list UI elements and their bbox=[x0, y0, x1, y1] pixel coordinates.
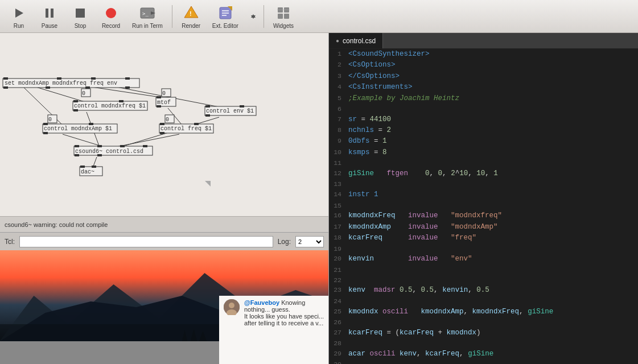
code-line: 3</CsOptions> bbox=[329, 71, 638, 82]
toolbar-separator-2 bbox=[264, 5, 264, 28]
code-line: 13 bbox=[329, 179, 638, 189]
post-username[interactable]: @Fauveboy bbox=[244, 299, 279, 306]
code-line: 2<CsOptions> bbox=[329, 60, 638, 71]
svg-line-21 bbox=[34, 86, 87, 102]
line-number: 25 bbox=[329, 307, 346, 317]
code-line: 6 bbox=[329, 104, 638, 114]
code-line: 17kmodndxAmp invalue "modndxAmp" bbox=[329, 222, 638, 233]
main-area: 0 0 0 0 set modndxAm bbox=[0, 33, 638, 364]
stop-icon bbox=[71, 4, 89, 22]
line-content: kenv madsr 0.5, 0.5, kenvin, 0.5 bbox=[346, 285, 638, 296]
line-content: kmodndxAmp invalue "modndxAmp" bbox=[346, 222, 638, 233]
code-line: 19 bbox=[329, 244, 638, 254]
pause-button[interactable]: Pause bbox=[35, 2, 64, 31]
line-content: instr 1 bbox=[346, 189, 638, 200]
code-line: 4<CsInstruments> bbox=[329, 82, 638, 93]
svg-rect-17 bbox=[284, 7, 289, 13]
svg-text:control freq $1: control freq $1 bbox=[160, 126, 212, 132]
svg-rect-43 bbox=[125, 77, 130, 80]
svg-rect-82 bbox=[80, 166, 85, 168]
widgets-icon bbox=[274, 4, 293, 22]
svg-rect-70 bbox=[194, 123, 199, 125]
run-in-term-label: Run in Term bbox=[132, 23, 163, 29]
svg-text:0: 0 bbox=[162, 90, 166, 97]
stop-button[interactable]: Stop bbox=[66, 2, 94, 31]
ext-editor-button[interactable]: Ext. Editor bbox=[208, 2, 243, 31]
code-line: 18kcarFreq invalue "freq" bbox=[329, 233, 638, 243]
post-text-2: It looks like you have speci... bbox=[244, 313, 324, 320]
render-button[interactable]: ! Render bbox=[177, 2, 205, 31]
line-number: 2 bbox=[329, 60, 346, 71]
line-content: kenvin invalue "env" bbox=[346, 254, 638, 264]
svg-rect-64 bbox=[43, 123, 48, 125]
line-number: 30 bbox=[329, 359, 346, 364]
code-line: 11 bbox=[329, 158, 638, 168]
line-content: <CsOptions> bbox=[346, 60, 638, 71]
widgets-button[interactable]: Widgets bbox=[269, 2, 298, 31]
line-content bbox=[346, 201, 638, 211]
code-line: 30 bbox=[329, 359, 638, 364]
code-line: 24 bbox=[329, 296, 638, 307]
line-content bbox=[346, 179, 638, 189]
ext-editor-label: Ext. Editor bbox=[212, 23, 238, 29]
log-select[interactable]: 2 1 3 bbox=[295, 236, 324, 247]
line-content: 0dbfs = 1 bbox=[346, 136, 638, 147]
svg-rect-83 bbox=[92, 166, 96, 168]
code-line: 90dbfs = 1 bbox=[329, 136, 638, 147]
line-number: 28 bbox=[329, 338, 346, 349]
line-content: ksmps = 8 bbox=[346, 147, 638, 158]
tab-icon: ● bbox=[336, 38, 339, 44]
svg-rect-61 bbox=[205, 114, 210, 117]
avatar bbox=[224, 299, 240, 315]
code-line: 14instr 1 bbox=[329, 189, 638, 200]
tab-control-csd[interactable]: ● control.csd bbox=[329, 33, 383, 48]
status-warning: csound6~ warning: could not compile bbox=[5, 221, 108, 228]
svg-rect-66 bbox=[43, 132, 48, 134]
line-number: 18 bbox=[329, 233, 346, 243]
line-number: 29 bbox=[329, 349, 346, 359]
ext-editor-icon bbox=[216, 4, 234, 22]
record-button[interactable]: Record bbox=[97, 2, 125, 31]
line-number: 16 bbox=[329, 210, 346, 221]
tcl-bar: Tcl: Log: 2 1 3 bbox=[0, 232, 328, 250]
tcl-label: Tcl: bbox=[5, 238, 15, 246]
svg-point-4 bbox=[106, 8, 116, 18]
code-line: 12giSine ftgen 0, 0, 2^10, 10, 1 bbox=[329, 168, 638, 179]
patch-area[interactable]: 0 0 0 0 set modndxAm bbox=[0, 33, 328, 216]
tcl-input[interactable] bbox=[19, 236, 273, 247]
run-in-term-button[interactable]: >_ Run in Term bbox=[127, 2, 167, 31]
code-line: 29acar oscili kenv, kcarFreq, giSine bbox=[329, 349, 638, 359]
left-panel: 0 0 0 0 set modndxAm bbox=[0, 33, 329, 364]
toolbar-separator bbox=[172, 5, 172, 28]
line-number: 14 bbox=[329, 189, 346, 200]
line-number: 9 bbox=[329, 136, 346, 147]
svg-text:csound6~ control.csd: csound6~ control.csd bbox=[75, 148, 143, 155]
widgets-label: Widgets bbox=[273, 23, 294, 29]
svg-rect-76 bbox=[120, 145, 125, 147]
svg-rect-41 bbox=[57, 77, 61, 80]
toolbar-overflow[interactable] bbox=[248, 9, 259, 24]
svg-rect-19 bbox=[284, 14, 289, 19]
line-content: acar oscili kenv, kcarFreq, giSine bbox=[346, 349, 638, 359]
svg-rect-1 bbox=[46, 9, 48, 18]
post-content: @Fauveboy Knowing nothing... guess. It l… bbox=[244, 299, 324, 326]
line-content: kmodndx oscili kmodndxAmp, kmodndxFreq, … bbox=[346, 307, 638, 317]
line-number: 12 bbox=[329, 168, 346, 179]
svg-rect-50 bbox=[157, 96, 161, 98]
code-line: 23kenv madsr 0.5, 0.5, kenvin, 0.5 bbox=[329, 285, 638, 296]
svg-point-94 bbox=[229, 303, 234, 308]
pd-canvas: 0 0 0 0 set modndxAm bbox=[0, 33, 328, 216]
line-number: 13 bbox=[329, 179, 346, 189]
line-content bbox=[346, 275, 638, 286]
code-editor[interactable]: 1<CsoundSynthesizer>2<CsOptions>3</CsOpt… bbox=[329, 49, 638, 364]
line-number: 5 bbox=[329, 93, 346, 104]
svg-text:control modndxfreq $1: control modndxfreq $1 bbox=[74, 103, 146, 109]
svg-text:control env $1: control env $1 bbox=[206, 108, 254, 114]
bottom-left: pd:csound.zip ⚙ • ∧0 ∨ Posts 2 • Views 3… bbox=[0, 250, 328, 364]
svg-text:0: 0 bbox=[48, 117, 52, 123]
run-button[interactable]: Run bbox=[5, 2, 33, 31]
svg-text:control modndxAmp $1: control modndxAmp $1 bbox=[44, 126, 112, 132]
pause-icon bbox=[40, 4, 59, 22]
code-line: 20kenvin invalue "env" bbox=[329, 254, 638, 264]
code-line: 5;Example by Joachim Heintz bbox=[329, 93, 638, 104]
